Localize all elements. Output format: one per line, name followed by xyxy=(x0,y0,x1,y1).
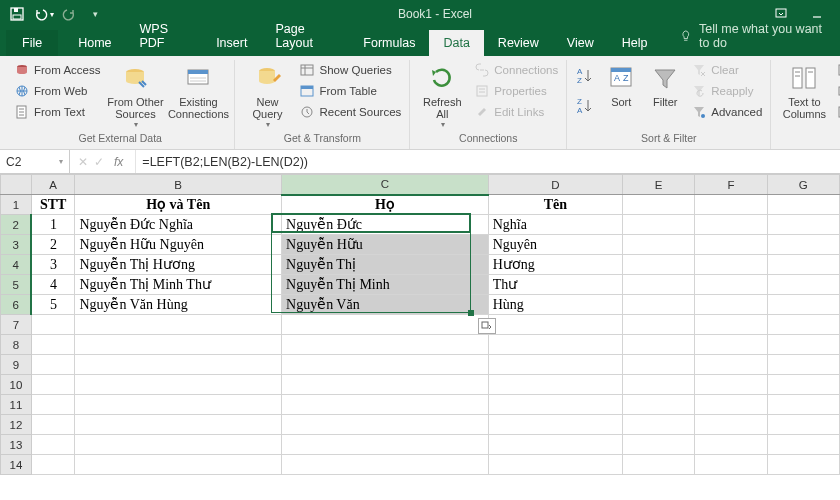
cell-B4[interactable]: Nguyễn Thị Hương xyxy=(75,255,282,275)
cell-D8[interactable] xyxy=(488,335,622,355)
cell-A9[interactable] xyxy=(31,355,74,375)
remove-duplicates-button[interactable]: Remo xyxy=(835,81,840,101)
cell-E1[interactable] xyxy=(622,195,694,215)
cell-G8[interactable] xyxy=(767,335,839,355)
from-access-button[interactable]: From Access xyxy=(12,60,102,80)
cell-C2[interactable]: Nguyễn Đức xyxy=(282,215,489,235)
enter-formula-icon[interactable]: ✓ xyxy=(94,155,104,169)
cell-C11[interactable] xyxy=(282,395,489,415)
col-header-G[interactable]: G xyxy=(767,175,839,195)
cell-B9[interactable] xyxy=(75,355,282,375)
grid-table[interactable]: ABCDEFG1STTHọ và TênHọTên21Nguyễn Đức Ng… xyxy=(0,174,840,475)
cell-G13[interactable] xyxy=(767,435,839,455)
cell-C7[interactable] xyxy=(282,315,489,335)
row-header-11[interactable]: 11 xyxy=(1,395,32,415)
cell-F3[interactable] xyxy=(695,235,767,255)
tab-formulas[interactable]: Formulas xyxy=(349,30,429,56)
cell-G5[interactable] xyxy=(767,275,839,295)
cell-G2[interactable] xyxy=(767,215,839,235)
cell-A2[interactable]: 1 xyxy=(31,215,74,235)
cell-G11[interactable] xyxy=(767,395,839,415)
sort-asc-button[interactable]: AZ xyxy=(573,62,597,90)
row-header-10[interactable]: 10 xyxy=(1,375,32,395)
from-web-button[interactable]: From Web xyxy=(12,81,102,101)
cell-C4[interactable]: Nguyễn Thị xyxy=(282,255,489,275)
cell-G1[interactable] xyxy=(767,195,839,215)
cell-A4[interactable]: 3 xyxy=(31,255,74,275)
col-header-B[interactable]: B xyxy=(75,175,282,195)
cell-F14[interactable] xyxy=(695,455,767,475)
cell-B5[interactable]: Nguyễn Thị Minh Thư xyxy=(75,275,282,295)
cell-F5[interactable] xyxy=(695,275,767,295)
fx-button[interactable]: fx xyxy=(110,155,127,169)
sort-button[interactable]: AZ Sort xyxy=(601,60,641,108)
cell-E3[interactable] xyxy=(622,235,694,255)
redo-button[interactable] xyxy=(58,3,80,25)
cell-D5[interactable]: Thư xyxy=(488,275,622,295)
from-table-button[interactable]: From Table xyxy=(297,81,403,101)
cell-G9[interactable] xyxy=(767,355,839,375)
cell-A10[interactable] xyxy=(31,375,74,395)
cell-D6[interactable]: Hùng xyxy=(488,295,622,315)
cell-F4[interactable] xyxy=(695,255,767,275)
row-header-4[interactable]: 4 xyxy=(1,255,32,275)
cell-A7[interactable] xyxy=(31,315,74,335)
sort-desc-button[interactable]: ZA xyxy=(573,92,597,120)
tab-pagelayout[interactable]: Page Layout xyxy=(261,16,349,56)
cell-C1[interactable]: Họ xyxy=(282,195,489,215)
cell-E12[interactable] xyxy=(622,415,694,435)
cell-B14[interactable] xyxy=(75,455,282,475)
row-header-12[interactable]: 12 xyxy=(1,415,32,435)
cell-F1[interactable] xyxy=(695,195,767,215)
row-header-7[interactable]: 7 xyxy=(1,315,32,335)
cell-D4[interactable]: Hương xyxy=(488,255,622,275)
tab-home[interactable]: Home xyxy=(64,30,125,56)
cell-B10[interactable] xyxy=(75,375,282,395)
cell-C10[interactable] xyxy=(282,375,489,395)
qat-customize-button[interactable]: ▾ xyxy=(84,3,106,25)
new-query-button[interactable]: New Query▾ xyxy=(241,60,293,129)
cell-D7[interactable] xyxy=(488,315,622,335)
row-header-13[interactable]: 13 xyxy=(1,435,32,455)
cell-A11[interactable] xyxy=(31,395,74,415)
cell-E10[interactable] xyxy=(622,375,694,395)
cell-C12[interactable] xyxy=(282,415,489,435)
row-header-1[interactable]: 1 xyxy=(1,195,32,215)
tab-help[interactable]: Help xyxy=(608,30,662,56)
cell-D11[interactable] xyxy=(488,395,622,415)
text-to-columns-button[interactable]: Text to Columns xyxy=(777,60,831,120)
cell-E6[interactable] xyxy=(622,295,694,315)
cell-E13[interactable] xyxy=(622,435,694,455)
cell-F11[interactable] xyxy=(695,395,767,415)
tell-me-search[interactable]: Tell me what you want to do xyxy=(669,22,840,56)
tab-review[interactable]: Review xyxy=(484,30,553,56)
cell-E7[interactable] xyxy=(622,315,694,335)
row-header-14[interactable]: 14 xyxy=(1,455,32,475)
cell-C14[interactable] xyxy=(282,455,489,475)
clear-filter-button[interactable]: Clear xyxy=(689,60,764,80)
cell-C5[interactable]: Nguyễn Thị Minh xyxy=(282,275,489,295)
col-header-A[interactable]: A xyxy=(31,175,74,195)
autofill-options-button[interactable] xyxy=(478,318,496,334)
tab-wpspdf[interactable]: WPS PDF xyxy=(126,16,203,56)
cell-A6[interactable]: 5 xyxy=(31,295,74,315)
cell-C3[interactable]: Nguyễn Hữu xyxy=(282,235,489,255)
row-header-6[interactable]: 6 xyxy=(1,295,32,315)
cell-F8[interactable] xyxy=(695,335,767,355)
cell-B13[interactable] xyxy=(75,435,282,455)
cell-A1[interactable]: STT xyxy=(31,195,74,215)
cell-E14[interactable] xyxy=(622,455,694,475)
cell-E2[interactable] xyxy=(622,215,694,235)
flash-fill-button[interactable]: Flash xyxy=(835,60,840,80)
cell-B8[interactable] xyxy=(75,335,282,355)
show-queries-button[interactable]: Show Queries xyxy=(297,60,403,80)
col-header-D[interactable]: D xyxy=(488,175,622,195)
row-header-8[interactable]: 8 xyxy=(1,335,32,355)
cell-A13[interactable] xyxy=(31,435,74,455)
cell-D10[interactable] xyxy=(488,375,622,395)
cell-C9[interactable] xyxy=(282,355,489,375)
formula-input[interactable]: =LEFT(B2;LEN(B2)-LEN(D2)) xyxy=(136,150,840,173)
cell-E5[interactable] xyxy=(622,275,694,295)
cell-D9[interactable] xyxy=(488,355,622,375)
undo-button[interactable]: ▾ xyxy=(32,3,54,25)
